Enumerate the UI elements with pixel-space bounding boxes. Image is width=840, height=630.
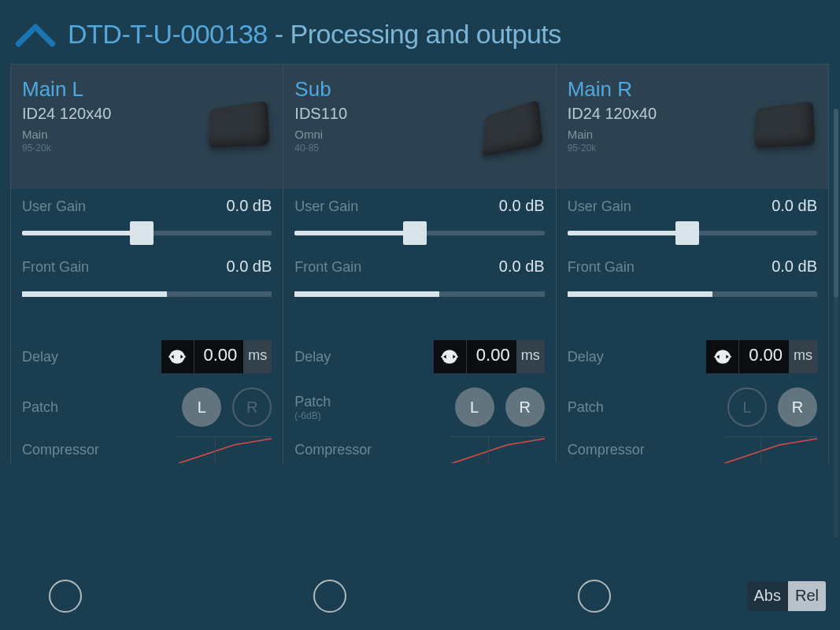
user-gain-section: User Gain 0.0 dB [557, 189, 828, 250]
delay-adjust-icon[interactable] [161, 340, 194, 373]
compressor-label: Compressor [294, 442, 372, 458]
compressor-label: Compressor [22, 442, 99, 458]
compressor-graph[interactable] [450, 436, 545, 463]
patch-l-button[interactable]: L [727, 387, 767, 427]
channel-name: Main R [568, 77, 817, 102]
delay-row: Delay 0.00 ms [11, 332, 283, 376]
delay-value[interactable]: 0.00 [194, 340, 244, 373]
speaker-icon [754, 101, 815, 148]
patch-label: Patch [568, 399, 604, 416]
front-gain-value: 0.0 dB [227, 258, 272, 276]
user-gain-slider[interactable] [22, 221, 272, 245]
compressor-graph[interactable] [723, 436, 817, 463]
channel-select-circle[interactable] [578, 580, 611, 613]
front-gain-label: Front Gain [22, 259, 89, 276]
compressor-label: Compressor [568, 442, 645, 458]
front-gain-section: Front Gain 0.0 dB [283, 250, 555, 309]
front-gain-section: Front Gain 0.0 dB [557, 250, 828, 309]
user-gain-slider[interactable] [294, 221, 544, 245]
patch-row: Patch (-6dB) L R [283, 376, 555, 428]
delay-control[interactable]: 0.00 ms [161, 340, 272, 373]
front-gain-section: Front Gain 0.0 dB [11, 250, 283, 309]
patch-l-button[interactable]: L [455, 387, 494, 427]
channel-column: Main L ID24 120x40 Main 95-20k User Gain… [10, 65, 283, 463]
page-header: DTD-T-U-000138 - Processing and outputs [0, 0, 840, 64]
patch-row: Patch L R [557, 376, 828, 428]
user-gain-value: 0.0 dB [772, 197, 817, 215]
channel-select-circle[interactable] [49, 580, 82, 613]
chevron-up-icon[interactable] [14, 21, 57, 48]
user-gain-value: 0.0 dB [499, 197, 545, 215]
channel-columns: Main L ID24 120x40 Main 95-20k User Gain… [11, 64, 829, 463]
user-gain-slider[interactable] [568, 221, 817, 245]
patch-sublabel: (-6dB) [294, 410, 331, 421]
patch-r-button[interactable]: R [505, 387, 545, 427]
front-gain-value: 0.0 dB [499, 258, 545, 276]
delay-unit[interactable]: ms [789, 340, 817, 373]
channel-name: Sub [294, 77, 544, 102]
patch-row: Patch L R [11, 376, 283, 428]
front-gain-slider[interactable] [568, 285, 817, 304]
front-gain-slider[interactable] [294, 285, 544, 304]
device-id: DTD-T-U-000138 [68, 19, 268, 49]
user-gain-section: User Gain 0.0 dB [11, 189, 283, 250]
bottom-bar: Abs Rel [0, 580, 840, 613]
channel-name: Main L [22, 77, 272, 102]
delay-control[interactable]: 0.00 ms [706, 340, 817, 373]
page-title: DTD-T-U-000138 - Processing and outputs [68, 19, 561, 50]
delay-row: Delay 0.00 ms [557, 332, 828, 376]
patch-l-button[interactable]: L [182, 387, 221, 427]
delay-control[interactable]: 0.00 ms [434, 340, 545, 373]
compressor-graph[interactable] [177, 436, 272, 463]
rel-option[interactable]: Rel [788, 581, 826, 611]
delay-adjust-icon[interactable] [706, 340, 739, 373]
channel-column: Sub IDS110 Omni 40-85 User Gain 0.0 dB F… [283, 65, 556, 463]
mute-circles [49, 580, 611, 613]
front-gain-value: 0.0 dB [772, 258, 817, 276]
patch-label: Patch (-6dB) [294, 394, 331, 421]
compressor-row: Compressor [11, 428, 283, 463]
scrollbar-thumb[interactable] [834, 109, 838, 298]
front-gain-label: Front Gain [294, 259, 361, 276]
channel-header[interactable]: Main R ID24 120x40 Main 95-20k [557, 65, 828, 189]
delay-value[interactable]: 0.00 [467, 340, 516, 373]
speaker-icon [209, 101, 270, 148]
channel-header[interactable]: Sub IDS110 Omni 40-85 [283, 65, 555, 189]
user-gain-section: User Gain 0.0 dB [283, 189, 555, 250]
abs-option[interactable]: Abs [747, 581, 788, 611]
patch-r-button[interactable]: R [232, 387, 272, 427]
delay-unit[interactable]: ms [516, 340, 545, 373]
delay-value[interactable]: 0.00 [739, 340, 789, 373]
front-gain-slider[interactable] [22, 285, 272, 304]
delay-adjust-icon[interactable] [434, 340, 467, 373]
patch-label: Patch [22, 399, 58, 416]
abs-rel-toggle[interactable]: Abs Rel [747, 581, 826, 611]
channel-select-circle[interactable] [313, 580, 346, 613]
delay-unit[interactable]: ms [243, 340, 272, 373]
front-gain-label: Front Gain [568, 259, 635, 276]
delay-label: Delay [294, 349, 331, 365]
channel-column: Main R ID24 120x40 Main 95-20k User Gain… [556, 65, 829, 463]
user-gain-value: 0.0 dB [227, 197, 272, 215]
compressor-row: Compressor [283, 428, 555, 463]
delay-label: Delay [568, 349, 604, 365]
user-gain-label: User Gain [568, 198, 631, 215]
delay-row: Delay 0.00 ms [283, 332, 555, 376]
channel-header[interactable]: Main L ID24 120x40 Main 95-20k [11, 65, 283, 189]
patch-r-button[interactable]: R [778, 387, 817, 427]
user-gain-label: User Gain [22, 198, 86, 215]
compressor-row: Compressor [557, 428, 828, 463]
user-gain-label: User Gain [294, 198, 358, 215]
delay-label: Delay [22, 349, 58, 365]
